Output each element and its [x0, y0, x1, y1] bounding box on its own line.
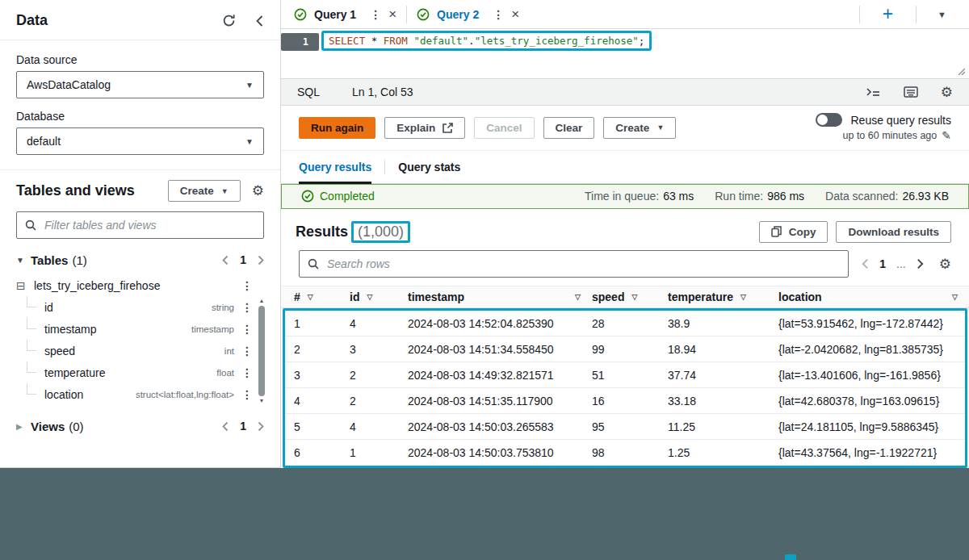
- collapse-node-icon[interactable]: ⊟: [16, 279, 34, 292]
- tab-query-2[interactable]: Query 2 ⋮ ×: [417, 7, 519, 21]
- column-item: temperature float ⋮: [16, 361, 253, 383]
- table-row[interactable]: 322024-08-03 14:49:32.8215715137.74{lat=…: [285, 362, 965, 388]
- page-prev-icon[interactable]: [222, 421, 229, 432]
- col-header[interactable]: #: [294, 290, 300, 303]
- search-rows-input-wrap: [299, 250, 849, 278]
- explain-button[interactable]: Explain: [384, 117, 465, 139]
- current-page-number[interactable]: 1: [879, 257, 886, 270]
- sql-query-line[interactable]: SELECT * FROM "default"."lets_try_iceber…: [321, 31, 652, 51]
- column-item: speed int ⋮: [16, 340, 253, 361]
- filter-icon[interactable]: ▽: [631, 293, 637, 301]
- results-search-row: 1 ... ⚙: [299, 250, 951, 278]
- tree-connector: [27, 340, 36, 351]
- close-icon[interactable]: ×: [388, 7, 396, 21]
- filter-icon[interactable]: ▽: [740, 293, 746, 301]
- results-tab-bar: Query results Query stats: [281, 151, 969, 184]
- sidebar-header: Data: [0, 0, 280, 40]
- table-row[interactable]: 422024-08-03 14:51:35.1179001633.18{lat=…: [285, 388, 965, 414]
- filter-icon[interactable]: ▽: [367, 293, 372, 301]
- table-row[interactable]: 142024-08-03 14:52:04.8253902838.9{lat=5…: [285, 311, 965, 336]
- scrollbar[interactable]: ▲ ▼: [258, 297, 266, 405]
- run-again-button[interactable]: Run again: [299, 117, 375, 139]
- table-row[interactable]: 542024-08-03 14:50:03.2655839511.25{lat=…: [285, 414, 965, 440]
- format-query-icon[interactable]: [866, 86, 881, 98]
- data-source-select[interactable]: AwsDataCatalog ▼: [16, 71, 264, 98]
- kebab-menu-icon[interactable]: ⋮: [241, 301, 253, 314]
- caret-down-icon[interactable]: ▼: [16, 256, 31, 265]
- sql-string: "lets_try_iceberg_firehose": [475, 35, 639, 47]
- reuse-results-toggle[interactable]: [816, 113, 842, 127]
- query-action-bar: Run again Explain Cancel Clear Create▼ R…: [281, 106, 969, 151]
- tree-connector: [27, 296, 36, 307]
- query-tab-bar: Query 1 ⋮ × Query 2 ⋮ × + ▼: [281, 0, 969, 29]
- scroll-down-icon[interactable]: ▼: [259, 397, 265, 405]
- views-page-number: 1: [240, 420, 246, 433]
- col-header[interactable]: temperature: [668, 290, 733, 303]
- database-label: Database: [16, 110, 264, 123]
- line-number: 1: [281, 33, 319, 51]
- new-query-tab-icon[interactable]: +: [883, 5, 893, 23]
- gear-icon[interactable]: ⚙: [941, 86, 953, 99]
- resize-handle[interactable]: [956, 66, 965, 75]
- page-next-icon[interactable]: [258, 421, 264, 432]
- kebab-menu-icon[interactable]: ⋮: [493, 8, 504, 21]
- kebab-menu-icon[interactable]: ⋮: [241, 388, 253, 401]
- table-tree-item[interactable]: ⊟ lets_try_iceberg_firehose ⋮: [16, 274, 253, 296]
- chevron-down-icon: ▼: [245, 81, 254, 90]
- download-results-button[interactable]: Download results: [836, 221, 951, 243]
- scrollbar-thumb[interactable]: [258, 306, 265, 396]
- queue-time-label: Time in queue:: [585, 190, 659, 203]
- col-header[interactable]: speed: [592, 290, 624, 303]
- filter-tables-input[interactable]: [43, 218, 255, 232]
- gear-icon[interactable]: ⚙: [252, 184, 264, 198]
- create-button[interactable]: Create▼: [603, 117, 676, 139]
- filter-tables-input-wrap: [16, 211, 264, 239]
- kebab-menu-icon[interactable]: ⋮: [241, 366, 253, 379]
- tree-connector: [27, 318, 36, 329]
- completed-check-icon: [301, 190, 314, 203]
- database-select[interactable]: default ▼: [16, 127, 264, 155]
- close-icon[interactable]: ×: [511, 7, 519, 21]
- filter-icon[interactable]: ▽: [308, 293, 313, 301]
- results-table: #▽ id▽ timestamp▽ speed▽ temperature▽ lo…: [281, 286, 969, 468]
- copy-button[interactable]: Copy: [759, 221, 828, 243]
- kebab-menu-icon[interactable]: ⋮: [241, 345, 253, 357]
- col-header[interactable]: id: [350, 290, 359, 303]
- chevron-down-icon: ▼: [221, 187, 229, 195]
- page-prev-icon[interactable]: [222, 255, 229, 265]
- col-header[interactable]: timestamp: [408, 290, 464, 303]
- table-row[interactable]: 612024-08-03 14:50:03.753810981.25{lat=4…: [285, 440, 965, 466]
- scroll-up-icon[interactable]: ▲: [259, 297, 265, 305]
- reuse-duration-text: up to 60 minutes ago: [843, 130, 938, 141]
- gear-icon[interactable]: ⚙: [939, 257, 951, 271]
- data-source-value: AwsDataCatalog: [27, 78, 111, 91]
- tab-query-1[interactable]: Query 1 ⋮ ×: [294, 7, 396, 21]
- kebab-menu-icon[interactable]: ⋮: [370, 8, 381, 21]
- clear-button[interactable]: Clear: [543, 117, 595, 139]
- kebab-menu-icon[interactable]: ⋮: [241, 279, 253, 292]
- tab-query-stats[interactable]: Query stats: [398, 151, 460, 183]
- filter-icon[interactable]: ▽: [952, 293, 958, 301]
- filter-icon[interactable]: ▽: [575, 293, 581, 301]
- search-rows-input[interactable]: [325, 257, 840, 271]
- tab-list-dropdown-icon[interactable]: ▼: [938, 10, 946, 19]
- page-prev-icon[interactable]: [862, 258, 869, 270]
- tab-query-results[interactable]: Query results: [299, 151, 371, 183]
- collapse-panel-icon[interactable]: [255, 15, 264, 27]
- table-row[interactable]: 232024-08-03 14:51:34.5584509918.94{lat=…: [285, 336, 965, 362]
- column-item: id string ⋮: [16, 296, 253, 318]
- col-header[interactable]: location: [778, 290, 822, 303]
- page-ellipsis: ...: [896, 257, 906, 270]
- refresh-icon[interactable]: [222, 14, 236, 27]
- page-next-icon[interactable]: [917, 258, 924, 270]
- divider: [384, 160, 385, 174]
- sql-editor[interactable]: 1 SELECT * FROM "default"."lets_try_iceb…: [281, 29, 969, 78]
- keyboard-shortcuts-icon[interactable]: [904, 86, 918, 98]
- create-table-button[interactable]: Create▼: [168, 180, 241, 202]
- cancel-button[interactable]: Cancel: [474, 117, 534, 139]
- kebab-menu-icon[interactable]: ⋮: [241, 323, 253, 336]
- caret-right-icon[interactable]: ▶: [16, 422, 31, 431]
- tables-section-label: Tables: [31, 253, 68, 267]
- edit-pencil-icon[interactable]: ✎: [942, 129, 951, 142]
- page-next-icon[interactable]: [258, 255, 264, 265]
